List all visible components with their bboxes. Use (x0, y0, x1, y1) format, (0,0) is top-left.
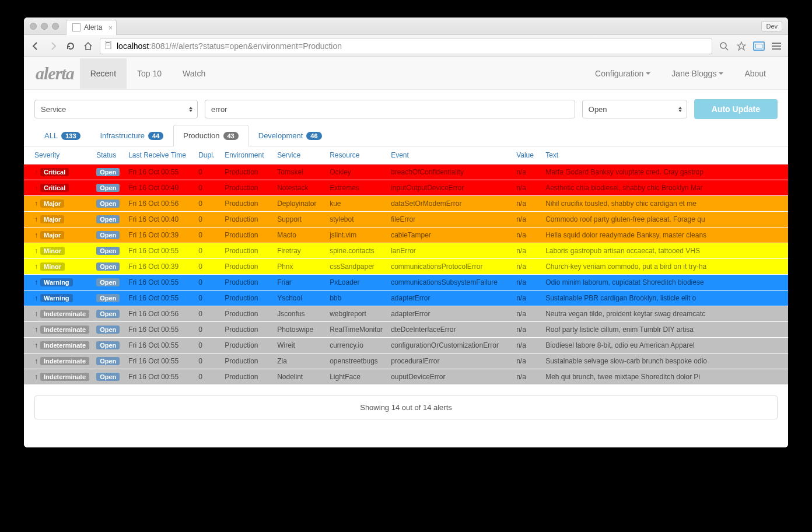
cell-val: n/a (513, 180, 542, 196)
cell-svc: Yschool (274, 290, 326, 306)
env-tab-count-badge: 44 (148, 132, 163, 140)
devtools-icon[interactable] (753, 41, 765, 51)
column-header[interactable]: Environment (221, 146, 274, 164)
cell-dupl: 0 (195, 322, 221, 338)
env-tab-production[interactable]: Production43 (173, 125, 248, 146)
table-row[interactable]: ↑ MajorOpenFri 16 Oct 00:560ProductionDe… (24, 196, 788, 212)
arrow-up-icon: ↑ (34, 247, 38, 255)
table-row[interactable]: ↑ MinorOpenFri 16 Oct 00:390ProductionPh… (24, 259, 788, 275)
cell-env: Production (221, 212, 274, 228)
column-header[interactable]: Text (542, 146, 788, 164)
cell-val: n/a (513, 259, 542, 275)
cell-event: proceduralError (387, 354, 513, 369)
arrow-up-icon: ↑ (34, 310, 38, 318)
table-row[interactable]: ↑ IndeterminateOpenFri 16 Oct 00:550Prod… (24, 338, 788, 354)
browser-tab[interactable]: Alerta × (66, 20, 117, 35)
page-content: alerta Recent Top 10 Watch Configuration… (24, 57, 788, 447)
cell-env: Production (221, 164, 274, 180)
nav-configuration[interactable]: Configuration (584, 58, 661, 89)
table-row[interactable]: ↑ IndeterminateOpenFri 16 Oct 00:560Prod… (24, 306, 788, 322)
nav-user[interactable]: Jane Bloggs (661, 58, 734, 89)
severity-badge: Critical (40, 184, 69, 192)
alerts-table: SeverityStatusLast Receive TimeDupl.Envi… (24, 146, 788, 385)
cell-dupl: 0 (195, 338, 221, 354)
severity-badge: Indeterminate (40, 310, 89, 318)
table-row[interactable]: ↑ CriticalOpenFri 16 Oct 00:400Productio… (24, 180, 788, 196)
table-row[interactable]: ↑ WarningOpenFri 16 Oct 00:550Production… (24, 290, 788, 306)
severity-badge: Minor (40, 262, 65, 271)
cell-event: ouputDeviceError (387, 369, 513, 385)
cell-val: n/a (513, 306, 542, 322)
env-tab-infrastructure[interactable]: Infrastructure44 (90, 125, 174, 146)
table-row[interactable]: ↑ IndeterminateOpenFri 16 Oct 00:550Prod… (24, 354, 788, 369)
table-row[interactable]: ↑ MinorOpenFri 16 Oct 00:550ProductionFi… (24, 243, 788, 259)
env-tab-count-badge: 133 (61, 132, 80, 140)
table-row[interactable]: ↑ WarningOpenFri 16 Oct 00:550Production… (24, 275, 788, 290)
home-button[interactable] (82, 40, 94, 52)
cell-time: Fri 16 Oct 00:55 (125, 354, 195, 369)
traffic-max-icon[interactable] (52, 23, 59, 30)
cell-res: PxLoader (326, 275, 387, 290)
nav-top10[interactable]: Top 10 (127, 58, 172, 89)
column-header[interactable]: Severity (24, 146, 93, 164)
cell-svc: Tornskel (274, 164, 326, 180)
cell-event: cableTamper (387, 228, 513, 243)
url-bar[interactable]: localhost:8081/#/alerts?status=open&envi… (100, 38, 712, 54)
cell-val: n/a (513, 369, 542, 385)
cell-res: spine.contacts (326, 243, 387, 259)
cell-text: Hella squid dolor readymade Banksy, mast… (542, 228, 788, 243)
forward-button[interactable] (47, 40, 59, 52)
close-tab-icon[interactable]: × (108, 23, 113, 32)
nav-recent[interactable]: Recent (80, 58, 127, 89)
brand[interactable]: alerta (36, 64, 74, 83)
cell-val: n/a (513, 243, 542, 259)
svg-line-5 (726, 48, 728, 50)
cell-dupl: 0 (195, 243, 221, 259)
column-header[interactable]: Service (274, 146, 326, 164)
tab-title: Alerta (84, 23, 102, 32)
env-tab-development[interactable]: Development46 (249, 125, 332, 146)
severity-badge: Warning (40, 278, 73, 286)
bookmark-icon[interactable] (736, 40, 747, 52)
column-header[interactable]: Status (93, 146, 125, 164)
cell-svc: Macto (274, 228, 326, 243)
nav-about[interactable]: About (734, 58, 776, 89)
table-row[interactable]: ↑ CriticalOpenFri 16 Oct 00:550Productio… (24, 164, 788, 180)
search-icon[interactable] (718, 40, 730, 52)
menu-icon[interactable] (771, 40, 782, 52)
auto-update-button[interactable]: Auto Update (694, 99, 778, 119)
cell-time: Fri 16 Oct 00:39 (125, 228, 195, 243)
column-header[interactable]: Value (513, 146, 542, 164)
table-row[interactable]: ↑ MajorOpenFri 16 Oct 00:390ProductionMa… (24, 228, 788, 243)
back-button[interactable] (30, 40, 41, 52)
cell-text: Sustainable PBR cardigan Brooklyn, listi… (542, 290, 788, 306)
cell-text: Odio minim laborum, cupidatat Shoreditch… (542, 275, 788, 290)
status-select[interactable]: Open (582, 100, 687, 118)
severity-badge: Critical (40, 168, 69, 176)
traffic-close-icon[interactable] (30, 23, 37, 30)
cell-svc: Jsconfus (274, 306, 326, 322)
env-tab-all[interactable]: ALL133 (34, 125, 90, 146)
reload-button[interactable] (65, 40, 76, 52)
page-info-icon[interactable] (105, 41, 112, 51)
table-row[interactable]: ↑ IndeterminateOpenFri 16 Oct 00:550Prod… (24, 369, 788, 385)
column-header[interactable]: Dupl. (195, 146, 221, 164)
table-row[interactable]: ↑ MajorOpenFri 16 Oct 00:400ProductionSu… (24, 212, 788, 228)
table-row[interactable]: ↑ IndeterminateOpenFri 16 Oct 00:550Prod… (24, 322, 788, 338)
arrow-up-icon: ↑ (34, 200, 38, 208)
cell-env: Production (221, 369, 274, 385)
status-badge: Open (96, 294, 120, 302)
severity-badge: Major (40, 200, 64, 208)
search-input[interactable]: error (205, 100, 575, 118)
cell-event: adapterError (387, 306, 513, 322)
traffic-min-icon[interactable] (41, 23, 48, 30)
column-header[interactable]: Event (387, 146, 513, 164)
nav-watch[interactable]: Watch (172, 58, 216, 89)
column-header[interactable]: Resource (326, 146, 387, 164)
cell-env: Production (221, 306, 274, 322)
cell-event: dataSetOrModemError (387, 196, 513, 212)
status-badge: Open (96, 326, 120, 334)
cell-time: Fri 16 Oct 00:55 (125, 322, 195, 338)
service-select[interactable]: Service (34, 100, 198, 118)
column-header[interactable]: Last Receive Time (125, 146, 195, 164)
